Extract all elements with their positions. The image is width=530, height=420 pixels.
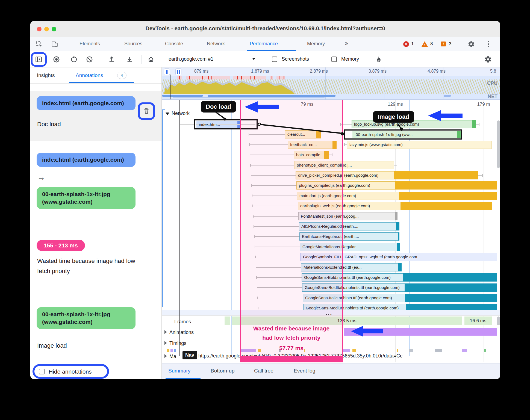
request-queue-whisker — [340, 124, 352, 125]
annotation-range-pill[interactable]: 155 - 213 ms — [37, 240, 85, 251]
warning-count-icon[interactable]: ! — [422, 41, 428, 47]
window-handle-right[interactable] — [175, 68, 181, 75]
frames-scrollbar[interactable] — [497, 317, 500, 325]
garbage-collect-icon[interactable] — [375, 56, 382, 63]
long-task-marker — [250, 76, 251, 79]
network-request-bar[interactable]: GoogleSans-Italic.nohints.ttf (earth.goo… — [303, 294, 497, 302]
tab-call-tree[interactable]: Call tree — [254, 368, 273, 374]
network-request-bar[interactable]: hats_compile... — [294, 151, 329, 159]
annotation-entry-label: Doc load — [37, 121, 61, 128]
network-request-bar[interactable]: GoogleSymbols_FILL_GRAD_opsz_wght.ttf (e… — [301, 253, 497, 261]
tab-sources[interactable]: Sources — [124, 41, 142, 47]
settings-gear-icon[interactable] — [468, 41, 475, 48]
device-toolbar-icon[interactable] — [51, 41, 58, 48]
timings-track-header[interactable]: Timings — [164, 341, 186, 346]
animations-track-header[interactable]: Animations — [164, 330, 194, 335]
network-request-bar[interactable]: plugins_compiled.js (earth.google.com) — [296, 181, 497, 190]
reload-record-icon[interactable] — [70, 56, 78, 63]
network-request-bar[interactable]: lazy.min.js (www.gstatic.com) — [347, 141, 492, 149]
kebab-menu-icon[interactable] — [488, 41, 489, 48]
network-request-bar[interactable]: All1PIcons-Regular.otf (earth.... — [299, 222, 399, 230]
warning-count: 8 — [430, 41, 433, 47]
hide-annotations-checkbox[interactable] — [39, 369, 45, 374]
history-target-select[interactable]: earth.google.com #1 — [169, 56, 213, 62]
doc-load-pointer-arrow — [245, 101, 279, 113]
network-request-bar[interactable]: FontManifest.json (earth.goog... — [298, 212, 397, 220]
issues-count-icon[interactable]: ! — [441, 42, 446, 46]
main-track-header[interactable]: Ma — [164, 354, 176, 359]
window-handle-left[interactable] — [164, 68, 170, 75]
timeline-tracks[interactable]: 79 ms129 ms179 m Network index.htm...log… — [162, 100, 500, 363]
cpu-strip-label: CPU — [487, 81, 497, 86]
annotation-range-text: Wasted time because image had low fetch … — [37, 256, 144, 276]
network-request-bar[interactable]: clearcut... — [285, 130, 321, 138]
tab-event-log[interactable]: Event log — [294, 368, 315, 374]
record-icon[interactable] — [53, 56, 60, 63]
network-track-header[interactable]: Network — [166, 111, 190, 116]
collapse-triangle-icon — [166, 113, 169, 115]
network-request-bar[interactable]: phenotype_client_compiled.j... — [294, 161, 394, 169]
tab-elements[interactable]: Elements — [79, 41, 100, 47]
frame-segment[interactable]: 16.6 ms — [464, 317, 492, 325]
tab-performance[interactable]: Performance — [250, 41, 278, 47]
divider — [462, 40, 462, 49]
selected-track-indicator — [162, 110, 163, 307]
overview-marker-line — [170, 75, 170, 100]
timeline-overview[interactable]: 879 ms1,879 ms2,879 ms3,879 ms4,879 ms5,… — [162, 67, 500, 100]
annotation-link-to-pill[interactable]: 00-earth-splash-1x-ltr.jpg (www.gstatic.… — [37, 187, 136, 209]
network-request-bar[interactable]: logo_lockup.svg (earth.google.com) — [352, 120, 476, 128]
toggle-sidebar-icon[interactable] — [35, 56, 42, 63]
network-request-bar[interactable]: index.htm... — [194, 119, 258, 129]
upload-profile-icon[interactable] — [108, 56, 115, 63]
wasted-time-range-bar[interactable] — [240, 356, 343, 362]
overview-tick-label: 5,8 — [490, 69, 496, 74]
request-queue-whisker — [257, 287, 302, 288]
trash-icon[interactable] — [143, 107, 150, 115]
error-count-icon[interactable]: ✕ — [403, 41, 409, 47]
annotation-link-from-pill[interactable]: index.html (earth.google.com) — [37, 153, 136, 167]
doc-load-annotation-badge[interactable]: Doc load — [201, 101, 236, 113]
request-label: GoogleSans-Bold.nohints.ttf (earth.googl… — [304, 274, 497, 281]
network-request-bar[interactable]: MaterialIcons-Extended.ttf (ea... — [301, 263, 402, 271]
vertical-scrollbar[interactable] — [497, 120, 500, 168]
network-request-row: 00-earth-splash-1x-ltr.jpg (ww... — [162, 129, 500, 140]
tab-memory[interactable]: Memory — [307, 41, 325, 47]
network-request-bar[interactable]: main.dart.js (earth.google.com) — [297, 192, 497, 200]
network-request-bar[interactable]: GoogleSans-BoldItalic.nohints.ttf (earth… — [302, 283, 497, 292]
request-queue-whisker — [250, 165, 294, 165]
tab-insights[interactable]: Insights — [37, 72, 55, 78]
request-queue-whisker — [257, 298, 303, 298]
frame-segment[interactable] — [225, 317, 231, 325]
request-queue-whisker — [254, 226, 299, 227]
home-icon[interactable] — [147, 56, 155, 63]
navigation-marker-line — [179, 100, 180, 356]
tab-annotations[interactable]: Annotations — [76, 72, 103, 78]
frame-segment[interactable]: 133.5 ms — [232, 317, 463, 325]
performance-canvas: 879 ms1,879 ms2,879 ms3,879 ms4,879 ms5,… — [162, 67, 500, 379]
image-load-annotation-badge[interactable]: Image load — [373, 111, 414, 123]
annotation-entry-pill[interactable]: 00-earth-splash-1x-ltr.jpg (www.gstatic.… — [37, 307, 136, 329]
annotation-entry-pill[interactable]: index.html (earth.google.com) — [37, 96, 136, 110]
network-request-bar[interactable]: earthplugin_web.js (earth.google.com) — [298, 202, 492, 210]
clear-icon[interactable] — [86, 56, 93, 63]
expand-triangle-icon — [164, 354, 167, 358]
tab-console[interactable]: Console — [165, 41, 183, 47]
network-request-bar[interactable]: feedback_co... — [288, 141, 337, 149]
tab-summary[interactable]: Summary — [168, 368, 190, 374]
network-request-bar[interactable]: GoogleMaterialIcons-Regular.... — [300, 243, 400, 251]
more-tabs-chevron[interactable]: » — [345, 40, 348, 47]
network-request-bar[interactable]: EarthIcons-Regular.otf (earth.... — [299, 232, 399, 241]
request-queue-whisker — [254, 236, 299, 237]
network-request-bar[interactable]: 00-earth-splash-1x-ltr.jpg (ww... — [344, 129, 462, 140]
download-profile-icon[interactable] — [126, 56, 133, 63]
network-request-bar[interactable]: GoogleSans-Bold.nohints.ttf (earth.googl… — [302, 273, 497, 282]
tab-network[interactable]: Network — [207, 41, 225, 47]
chevron-down-icon[interactable] — [252, 58, 255, 60]
tab-bottom-up[interactable]: Bottom-up — [211, 368, 235, 374]
overflow-ellipsis[interactable]: ... — [326, 309, 332, 317]
capture-settings-gear-icon[interactable] — [484, 56, 492, 63]
inspect-icon[interactable] — [36, 41, 43, 48]
screenshots-checkbox[interactable] — [272, 57, 277, 62]
memory-checkbox[interactable] — [331, 57, 337, 62]
network-request-bar[interactable]: drive_picker_compiled.js (earth.google.c… — [296, 171, 478, 179]
